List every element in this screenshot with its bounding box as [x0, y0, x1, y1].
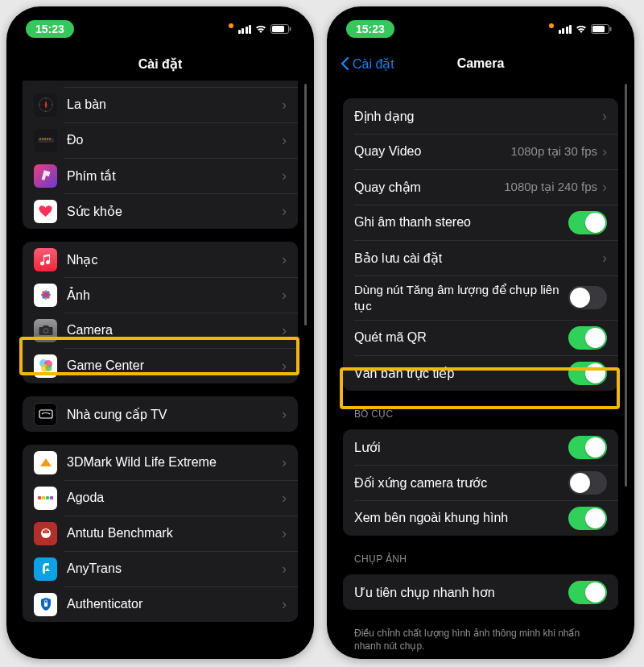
- switch-qr[interactable]: [568, 326, 607, 350]
- row-outside-frame[interactable]: Xem bên ngoài khung hình: [343, 500, 618, 536]
- row-slomo[interactable]: Quay chậm 1080p tại 240 fps ›: [343, 169, 618, 205]
- switch-volume-burst[interactable]: [568, 286, 607, 309]
- phone-right: 15:23 Cài đặt Camera Định dạng ›: [327, 6, 634, 659]
- row-stereo[interactable]: Ghi âm thanh stereo: [343, 205, 618, 240]
- camera-group-capture: Ưu tiên chụp nhanh hơn: [343, 574, 618, 610]
- svg-rect-1: [272, 26, 284, 32]
- switch-faster-shot[interactable]: [568, 581, 607, 604]
- settings-row-anytrans[interactable]: AnyTrans ›: [23, 551, 298, 586]
- row-label: Phím tắt: [67, 168, 282, 184]
- row-grid[interactable]: Lưới: [343, 429, 618, 465]
- settings-row-gamecenter[interactable]: Game Center ›: [23, 348, 298, 383]
- wifi-icon: [575, 24, 588, 34]
- row-mirror[interactable]: Đối xứng camera trước: [343, 465, 618, 500]
- settings-row-music[interactable]: Nhạc ›: [23, 242, 298, 277]
- back-label: Cài đặt: [353, 56, 394, 72]
- settings-row-agoda[interactable]: Agoda ›: [23, 480, 298, 516]
- row-qr[interactable]: Quét mã QR: [343, 320, 618, 355]
- camera-group-layout: Lưới Đối xứng camera trước Xem bên ngoài…: [343, 429, 618, 536]
- row-live-text[interactable]: Văn bản trực tiếp: [343, 355, 618, 391]
- settings-group-system: › La bàn › Đo ›: [23, 81, 298, 229]
- chevron-right-icon: ›: [282, 406, 287, 423]
- chevron-right-icon: ›: [602, 179, 607, 196]
- chevron-right-icon: ›: [282, 358, 287, 375]
- svg-rect-36: [44, 603, 47, 607]
- row-volume-burst[interactable]: Dùng nút Tăng âm lượng để chụp liên tục: [343, 276, 618, 320]
- chevron-right-icon: ›: [282, 525, 287, 542]
- row-record-video[interactable]: Quay Video 1080p tại 30 fps ›: [343, 134, 618, 169]
- svg-point-30: [41, 496, 45, 500]
- tvprovider-icon: [34, 403, 57, 426]
- settings-row-authenticator[interactable]: Authenticator ›: [23, 586, 298, 622]
- row-label: Dùng nút Tăng âm lượng để chụp liên tục: [354, 282, 568, 313]
- antutu-icon: [34, 522, 57, 545]
- anytrans-icon: [34, 557, 57, 581]
- row-label: Ghi âm thanh stereo: [354, 215, 568, 230]
- settings-row[interactable]: ›: [23, 81, 298, 87]
- switch-live-text[interactable]: [568, 362, 607, 385]
- chevron-right-icon: ›: [282, 168, 287, 184]
- gamecenter-icon: [34, 354, 57, 378]
- switch-stereo[interactable]: [568, 211, 607, 234]
- row-label: Quay Video: [354, 144, 511, 159]
- switch-mirror[interactable]: [568, 471, 607, 495]
- battery-icon: [591, 24, 612, 34]
- row-label: Xem bên ngoài khung hình: [354, 511, 568, 525]
- chevron-right-icon: ›: [282, 454, 287, 471]
- back-button[interactable]: Cài đặt: [340, 56, 394, 72]
- switch-outside-frame[interactable]: [568, 507, 607, 530]
- row-label: La bàn: [67, 97, 282, 112]
- settings-row-health[interactable]: Sức khỏe ›: [23, 193, 298, 229]
- row-label: Đo: [67, 133, 282, 147]
- svg-rect-38: [592, 26, 605, 32]
- screen-left: 15:23 Cài đặt ›: [11, 11, 309, 654]
- row-label: Quay chậm: [354, 180, 504, 195]
- section-footer-capture: Điều chỉnh chất lượng hình ảnh thông min…: [332, 623, 630, 652]
- agoda-icon: [34, 487, 57, 510]
- settings-group-apps: 3DMark Wild Life Extreme › Agoda › Antut…: [23, 445, 298, 622]
- music-icon: [34, 248, 57, 271]
- svg-point-31: [45, 496, 49, 500]
- chevron-right-icon: ›: [282, 322, 287, 339]
- settings-row-camera[interactable]: Camera ›: [23, 313, 298, 348]
- status-time: 15:23: [346, 20, 394, 38]
- row-label: Nhạc: [67, 252, 282, 267]
- row-faster-shot[interactable]: Ưu tiên chụp nhanh hơn: [343, 574, 618, 610]
- recording-indicator-icon: [549, 23, 554, 28]
- svg-point-34: [43, 531, 44, 532]
- row-label: Ảnh: [67, 288, 282, 303]
- chevron-right-icon: ›: [282, 490, 287, 507]
- cellular-icon: [559, 25, 572, 34]
- scroll-indicator[interactable]: [625, 84, 627, 487]
- section-header-capture: CHỤP ẢNH: [332, 549, 630, 568]
- page-title: Camera: [457, 56, 505, 71]
- row-label: Đối xứng camera trước: [354, 475, 568, 491]
- row-label: Nhà cung cấp TV: [67, 407, 282, 422]
- cellular-icon: [238, 25, 252, 34]
- row-format[interactable]: Định dạng ›: [343, 98, 618, 134]
- settings-row-photos[interactable]: Ảnh ›: [23, 277, 298, 313]
- authenticator-icon: [34, 593, 57, 616]
- settings-row-measure[interactable]: Đo ›: [23, 122, 298, 158]
- settings-row-antutu[interactable]: Antutu Benchmark ›: [23, 516, 298, 551]
- settings-row-compass[interactable]: La bàn ›: [23, 87, 298, 122]
- row-preserve[interactable]: Bảo lưu cài đặt ›: [343, 240, 618, 276]
- svg-point-35: [47, 531, 49, 532]
- row-label: Quét mã QR: [354, 330, 568, 345]
- svg-point-23: [44, 329, 47, 333]
- switch-grid[interactable]: [568, 436, 607, 459]
- row-label: Sức khỏe: [67, 204, 282, 219]
- recording-indicator-icon: [229, 23, 233, 28]
- settings-row-tvprovider[interactable]: Nhà cung cấp TV ›: [23, 396, 298, 432]
- svg-rect-2: [290, 27, 291, 31]
- svg-point-29: [37, 496, 41, 500]
- row-label: Agoda: [67, 491, 282, 505]
- settings-list[interactable]: › La bàn › Đo ›: [11, 81, 309, 652]
- camera-group-main: Định dạng › Quay Video 1080p tại 30 fps …: [343, 98, 618, 391]
- scroll-indicator[interactable]: [304, 84, 307, 325]
- camera-settings-list[interactable]: Định dạng › Quay Video 1080p tại 30 fps …: [332, 81, 630, 652]
- chevron-right-icon: ›: [282, 203, 287, 220]
- settings-row-shortcuts[interactable]: Phím tắt ›: [23, 158, 298, 193]
- 3dmark-icon: [34, 451, 57, 474]
- settings-row-3dmark[interactable]: 3DMark Wild Life Extreme ›: [23, 445, 298, 480]
